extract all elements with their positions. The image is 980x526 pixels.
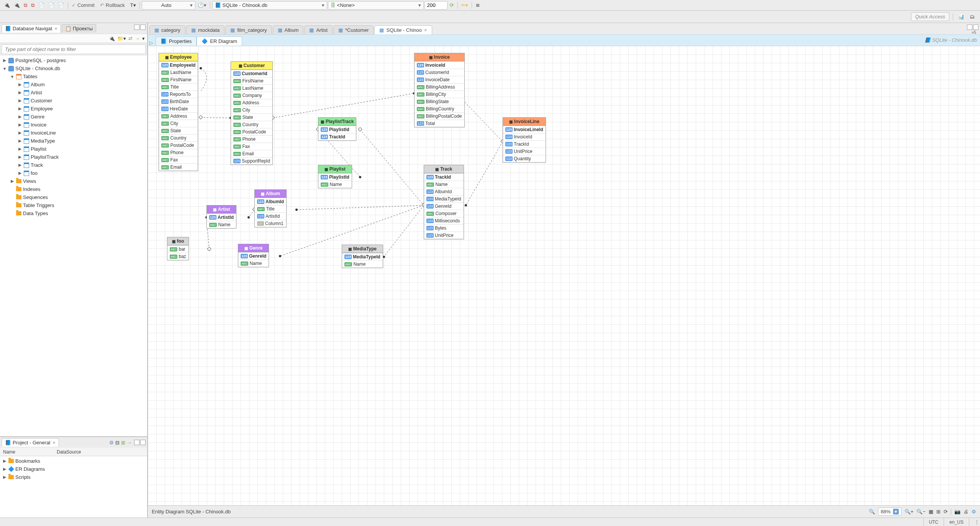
column-trackid[interactable]: 123TrackId [424, 173, 464, 181]
tree-twisty[interactable]: ▶ [18, 138, 22, 143]
tree-twisty[interactable]: ▶ [18, 114, 22, 119]
sql-editor-new-icon[interactable]: 📄 [57, 2, 66, 9]
tree-item-tables[interactable]: ▼Tables [0, 72, 147, 81]
tree-item-invoiceline[interactable]: ▶InvoiceLine [0, 129, 147, 137]
tree-twisty[interactable]: ▶ [18, 98, 22, 103]
column-milliseconds[interactable]: 123Milliseconds [424, 217, 464, 224]
status-locale[interactable]: en_US [944, 518, 969, 526]
tree-item-sequences[interactable]: Sequences [0, 193, 147, 201]
column-name[interactable]: ABCName [424, 181, 464, 188]
tx-mode-icon[interactable]: T▾ [129, 2, 138, 9]
status-tz[interactable]: UTC [923, 518, 944, 526]
maximize-icon[interactable] [973, 25, 978, 30]
column-albumid[interactable]: 123AlbumId [255, 198, 286, 205]
tree-twisty[interactable]: ▶ [18, 82, 22, 87]
column-trackid[interactable]: 123TrackId [503, 140, 546, 148]
tree-item-album[interactable]: ▶Album [0, 81, 147, 89]
add-icon[interactable]: ⊞ [121, 440, 125, 445]
tree-item-artist[interactable]: ▶Artist [0, 89, 147, 97]
gear-icon[interactable]: ⚙ [109, 440, 114, 445]
maximize-icon[interactable] [140, 440, 146, 445]
entity-playlist[interactable]: ▦ Playlist123PlaylistIdABCName [318, 165, 352, 188]
tree-item-foo[interactable]: ▶foo [0, 169, 147, 177]
column-company[interactable]: ABCCompany [231, 92, 272, 99]
column-invoiceid[interactable]: 123InvoiceId [503, 133, 546, 140]
column-unitprice[interactable]: 123UnitPrice [503, 148, 546, 155]
project-item-bookmarks[interactable]: ▶Bookmarks [0, 457, 147, 465]
minimize-icon[interactable] [134, 440, 139, 445]
column-billingstate[interactable]: ABCBillingState [415, 98, 464, 105]
new-connection-alt-icon[interactable]: 🔌 [12, 2, 21, 9]
tree-item-playlisttrack[interactable]: ▶PlaylistTrack [0, 153, 147, 161]
column-billingpostalcode[interactable]: ABCBillingPostalCode [415, 112, 464, 120]
tree-twisty[interactable]: ▶ [18, 122, 22, 127]
entity-playlisttrack[interactable]: ▦ PlaylistTrack123PlaylistId123TrackId [318, 117, 356, 141]
commit-mode-select[interactable]: Auto ▾ [142, 1, 195, 10]
column-bytes[interactable]: 123Bytes [424, 224, 464, 232]
tree-twisty[interactable]: ▶ [18, 155, 22, 159]
perspective-other-icon[interactable]: 🗂 [968, 13, 976, 20]
column-quantity[interactable]: 123Quantity [503, 155, 546, 162]
column-customerid[interactable]: 123CustomerId [231, 70, 272, 77]
editor-tab-customer[interactable]: ▦*Customer [333, 25, 374, 35]
entity-album[interactable]: ▦ Album123AlbumIdABCTitle123ArtistId○○Co… [254, 189, 287, 227]
column-mediatypeid[interactable]: 123MediaTypeId [342, 253, 383, 260]
nav-filter-input[interactable] [2, 44, 146, 54]
entity-artist[interactable]: ▦ Artist123ArtistIdABCName [206, 205, 236, 228]
export-icon[interactable]: 📷 [954, 509, 960, 514]
editor-tab-filmcategory[interactable]: ▦film_category [225, 25, 272, 35]
entity-header[interactable]: ▦ Artist [207, 205, 236, 214]
zoom-in-icon[interactable]: 🔍+ [905, 509, 914, 514]
column-genreid[interactable]: 123GenreId [238, 252, 269, 260]
connection-select[interactable]: 📘 SQLite - Chinook.db ▾ [212, 1, 327, 10]
column-fax[interactable]: ABCFax [159, 156, 198, 163]
project-tree[interactable]: ▶Bookmarks▶🔷ER Diagrams▶Scripts [0, 456, 147, 518]
tree-item-genre[interactable]: ▶Genre [0, 113, 147, 121]
column-postalcode[interactable]: ABCPostalCode [159, 141, 198, 149]
tree-twisty[interactable]: ▶ [2, 58, 7, 63]
stop-icon[interactable]: ⏹ [474, 2, 482, 9]
entity-header[interactable]: ▦ foo [167, 237, 188, 245]
column-baz[interactable]: ABCbaz [167, 253, 188, 260]
tree-twisty[interactable]: ▶ [18, 146, 22, 151]
column-albumid[interactable]: 123AlbumId [424, 188, 464, 195]
tree-item-postgresql-postgres[interactable]: ▶PostgreSQL - postgres [0, 56, 147, 64]
column-supportrepid[interactable]: 123SupportRepId [231, 157, 272, 164]
history-icon[interactable]: 🕐▾ [196, 2, 208, 9]
folder-icon[interactable]: 📁▾ [117, 36, 126, 41]
entity-header[interactable]: ▦ Customer [231, 62, 272, 70]
column-name[interactable]: ABCName [342, 260, 383, 268]
new-connection-icon[interactable]: 🔌 [2, 2, 11, 9]
collapse-icon[interactable]: ⇄ [128, 36, 133, 41]
connect-icon[interactable]: 🔌 [109, 36, 115, 41]
editor-tab-album[interactable]: ▦Album [273, 25, 304, 35]
entity-customer[interactable]: ▦ Customer123CustomerIdABCFirstNameABCLa… [231, 61, 273, 165]
tab-projects[interactable]: 📋 Проекты [62, 24, 96, 33]
column-customerid[interactable]: 123CustomerId [415, 69, 464, 76]
disconnect-all-icon[interactable]: ⧉ [29, 2, 36, 9]
column-email[interactable]: ABCEmail [231, 150, 272, 157]
column-invoiceid[interactable]: 123InvoiceId [415, 61, 464, 69]
subtab-properties[interactable]: 📘 Properties [156, 36, 197, 46]
tree-item-mediatype[interactable]: ▶MediaType [0, 137, 147, 145]
collapse-icon[interactable]: ⊟ [115, 440, 120, 445]
column-name[interactable]: ABCName [207, 221, 236, 228]
tree-twisty[interactable]: ▶ [18, 171, 22, 176]
tree-twisty[interactable]: ▶ [2, 459, 7, 464]
search-icon[interactable]: 🔍 [869, 509, 875, 514]
tree-item-indexes[interactable]: Indexes [0, 185, 147, 193]
column-firstname[interactable]: ABCFirstName [159, 76, 198, 83]
editor-tab-category[interactable]: ▦category [149, 25, 185, 35]
entity-header[interactable]: ▦ Employee [159, 53, 198, 61]
project-item-er-diagrams[interactable]: ▶🔷ER Diagrams [0, 465, 147, 473]
entity-invoice[interactable]: ▦ Invoice123InvoiceId123CustomerId123Inv… [414, 53, 465, 127]
menu-icon[interactable]: ▾ [142, 36, 145, 41]
column-country[interactable]: ABCCountry [231, 121, 272, 128]
column-employeeid[interactable]: 123EmployeeId [159, 61, 198, 69]
link-icon[interactable]: → [135, 36, 140, 41]
tree-twisty[interactable]: ▶ [18, 90, 22, 95]
tree-twisty[interactable]: ▶ [10, 179, 15, 184]
column-fax[interactable]: ABCFax [231, 143, 272, 150]
entity-header[interactable]: ▦ Genre [238, 244, 269, 252]
tree-twisty[interactable]: ▶ [18, 130, 22, 135]
